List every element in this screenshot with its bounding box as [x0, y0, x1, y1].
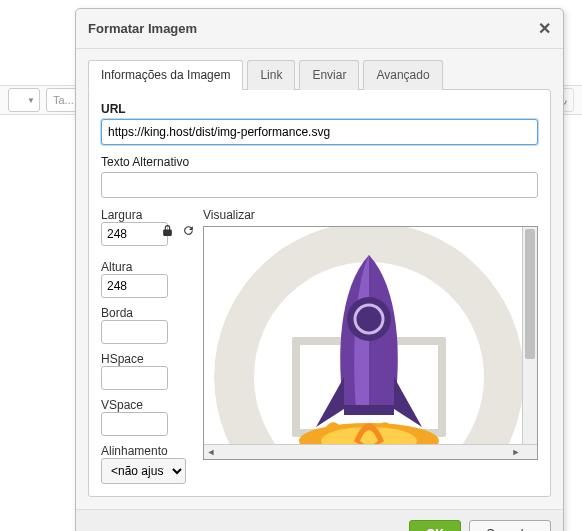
ok-button[interactable]: OK — [409, 520, 461, 531]
dialog-title: Formatar Imagem — [88, 21, 197, 36]
border-label: Borda — [101, 306, 191, 320]
vspace-input[interactable] — [101, 412, 168, 436]
cancel-button[interactable]: Cancelar — [469, 520, 551, 531]
preview-label: Visualizar — [203, 208, 538, 222]
toolbar-dropdown[interactable]: ▼ — [8, 88, 40, 112]
image-properties-dialog: Formatar Imagem ✕ Informações da Imagem … — [75, 8, 564, 531]
width-label: Largura — [101, 208, 191, 222]
alt-label: Texto Alternativo — [101, 155, 538, 169]
hspace-label: HSpace — [101, 352, 191, 366]
preview-box: ◄ ► — [203, 226, 538, 460]
height-input[interactable] — [101, 274, 168, 298]
height-label: Altura — [101, 260, 191, 274]
dialog-tabs: Informações da Imagem Link Enviar Avança… — [76, 49, 563, 89]
preview-scrollbar-horizontal[interactable]: ◄ ► — [204, 444, 537, 459]
preview-scrollbar-vertical[interactable] — [522, 227, 537, 445]
dimensions-column: Largura Altura Borda — [101, 208, 191, 484]
url-input[interactable] — [101, 119, 538, 145]
width-input[interactable] — [101, 222, 168, 246]
reset-size-icon[interactable] — [182, 224, 195, 240]
scrollbar-thumb[interactable] — [525, 229, 535, 359]
close-icon[interactable]: ✕ — [538, 19, 551, 38]
tab-advanced[interactable]: Avançado — [363, 60, 442, 90]
scroll-left-icon[interactable]: ◄ — [204, 445, 218, 459]
lock-ratio-icon[interactable] — [161, 224, 174, 240]
dialog-footer: OK Cancelar — [76, 509, 563, 531]
align-label: Alinhamento — [101, 444, 191, 458]
tab-upload[interactable]: Enviar — [299, 60, 359, 90]
tab-image-info[interactable]: Informações da Imagem — [88, 60, 243, 90]
hspace-input[interactable] — [101, 366, 168, 390]
align-select[interactable]: <não ajust — [101, 458, 186, 484]
tab-panel-info: URL Texto Alternativo Largura — [88, 89, 551, 497]
alt-input[interactable] — [101, 172, 538, 198]
url-label: URL — [101, 102, 538, 116]
tab-link[interactable]: Link — [247, 60, 295, 90]
preview-image — [204, 227, 523, 445]
svg-rect-10 — [344, 405, 394, 415]
dialog-titlebar: Formatar Imagem ✕ — [76, 9, 563, 49]
scroll-right-icon[interactable]: ► — [509, 445, 523, 459]
border-input[interactable] — [101, 320, 168, 344]
vspace-label: VSpace — [101, 398, 191, 412]
